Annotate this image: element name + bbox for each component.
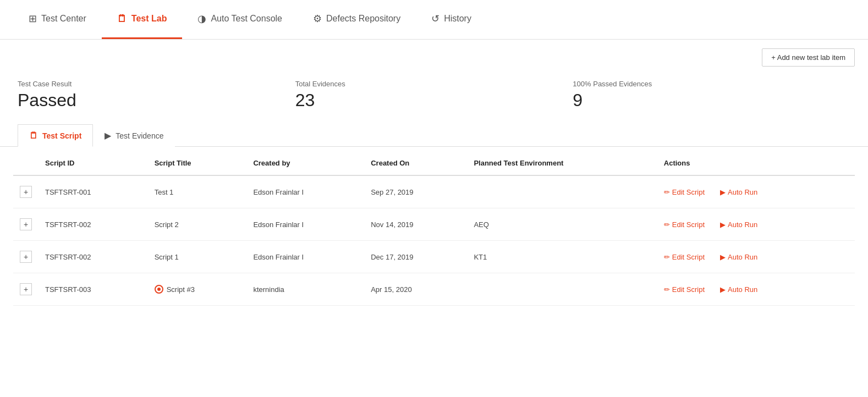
created-by-cell: Edson Frainlar I xyxy=(246,208,364,241)
created-on-cell: Apr 15, 2020 xyxy=(364,273,467,306)
script-title-cell: Script #3 xyxy=(148,273,247,306)
nav-label-test-center: Test Center xyxy=(41,14,86,24)
nav-label-defects-repository: Defects Repository xyxy=(326,14,400,24)
table-row: +TSFTSRT-002Script 1Edson Frainlar IDec … xyxy=(13,241,855,273)
script-title-cell: Script 2 xyxy=(148,208,247,241)
actions-container: ✏ Edit Script ▶ Auto Run xyxy=(664,220,848,229)
script-id-cell: TSFTSRT-002 xyxy=(39,241,148,273)
table-row: +TSFTSRT-002Script 2Edson Frainlar INov … xyxy=(13,208,855,241)
edit-icon: ✏ xyxy=(664,253,670,261)
table-section: Script ID Script Title Created by Create… xyxy=(0,151,868,319)
script-id-cell: TSFTSRT-003 xyxy=(39,273,148,306)
col-actions: Actions xyxy=(657,151,855,175)
planned-env-cell: KT1 xyxy=(467,241,657,273)
auto-run-link[interactable]: ▶ Auto Run xyxy=(720,188,757,196)
nav-item-auto-test-console[interactable]: ◑ Auto Test Console xyxy=(182,0,298,39)
edit-icon: ✏ xyxy=(664,220,670,229)
script-id-cell: TSFTSRT-002 xyxy=(39,208,148,241)
tab-test-evidence-label: Test Evidence xyxy=(116,131,163,140)
expand-button[interactable]: + xyxy=(20,283,32,295)
col-created-on: Created On xyxy=(364,151,467,175)
total-evidences-label: Total Evidences xyxy=(295,80,573,88)
tabs-row: 🗒 Test Script ▶ Test Evidence xyxy=(0,124,868,147)
actions-cell: ✏ Edit Script ▶ Auto Run xyxy=(657,273,855,306)
expand-button[interactable]: + xyxy=(20,186,32,198)
auto-run-link[interactable]: ▶ Auto Run xyxy=(720,285,757,294)
test-center-icon: ⊞ xyxy=(29,13,37,25)
edit-script-link[interactable]: ✏ Edit Script xyxy=(664,253,705,261)
expand-button[interactable]: + xyxy=(20,251,32,263)
planned-env-cell xyxy=(467,175,657,208)
total-evidences-value: 23 xyxy=(295,90,573,111)
expand-button[interactable]: + xyxy=(20,218,32,230)
test-case-result-label: Test Case Result xyxy=(18,80,295,88)
test-case-result-value: Passed xyxy=(18,90,295,111)
target-icon xyxy=(155,285,163,294)
col-created-by: Created by xyxy=(246,151,364,175)
add-new-test-lab-item-button[interactable]: + Add new test lab item xyxy=(762,48,855,67)
tab-test-evidence[interactable]: ▶ Test Evidence xyxy=(93,124,175,147)
add-button-label: + Add new test lab item xyxy=(771,53,845,62)
play-icon: ▶ xyxy=(720,253,726,261)
passed-evidences-value: 9 xyxy=(573,90,850,111)
tab-test-script[interactable]: 🗒 Test Script xyxy=(18,124,93,147)
created-on-cell: Nov 14, 2019 xyxy=(364,208,467,241)
edit-script-link[interactable]: ✏ Edit Script xyxy=(664,285,705,294)
nav-label-auto-test-console: Auto Test Console xyxy=(211,14,282,24)
nav-item-history[interactable]: ↺ History xyxy=(416,0,487,39)
auto-run-link[interactable]: ▶ Auto Run xyxy=(720,220,757,229)
scripts-table: Script ID Script Title Created by Create… xyxy=(13,151,855,306)
nav-item-test-center[interactable]: ⊞ Test Center xyxy=(13,0,102,39)
stat-passed-evidences: 100% Passed Evidences 9 xyxy=(573,80,850,111)
nav-label-history: History xyxy=(444,14,471,24)
edit-icon: ✏ xyxy=(664,285,670,294)
created-by-cell: Edson Frainlar I xyxy=(246,241,364,273)
play-icon: ▶ xyxy=(720,285,726,294)
actions-cell: ✏ Edit Script ▶ Auto Run xyxy=(657,175,855,208)
script-title-with-icon: Script #3 xyxy=(155,285,240,294)
play-icon: ▶ xyxy=(720,220,726,229)
actions-container: ✏ Edit Script ▶ Auto Run xyxy=(664,285,848,294)
tab-test-script-label: Test Script xyxy=(42,131,81,140)
actions-container: ✏ Edit Script ▶ Auto Run xyxy=(664,188,848,196)
toolbar: + Add new test lab item xyxy=(0,40,868,75)
nav-item-defects-repository[interactable]: ⚙ Defects Repository xyxy=(298,0,416,39)
created-on-cell: Dec 17, 2019 xyxy=(364,241,467,273)
planned-env-cell xyxy=(467,273,657,306)
auto-test-console-icon: ◑ xyxy=(197,13,206,25)
actions-cell: ✏ Edit Script ▶ Auto Run xyxy=(657,241,855,273)
planned-env-cell: AEQ xyxy=(467,208,657,241)
created-by-cell: Edson Frainlar I xyxy=(246,175,364,208)
edit-script-link[interactable]: ✏ Edit Script xyxy=(664,220,705,229)
test-evidence-tab-icon: ▶ xyxy=(105,130,111,141)
table-row: +TSFTSRT-001Test 1Edson Frainlar ISep 27… xyxy=(13,175,855,208)
col-script-title: Script Title xyxy=(148,151,247,175)
test-lab-icon: 🗒 xyxy=(117,13,127,25)
actions-cell: ✏ Edit Script ▶ Auto Run xyxy=(657,208,855,241)
table-header-row: Script ID Script Title Created by Create… xyxy=(13,151,855,175)
col-script-id: Script ID xyxy=(39,151,148,175)
auto-run-link[interactable]: ▶ Auto Run xyxy=(720,253,757,261)
col-expand xyxy=(13,151,39,175)
edit-icon: ✏ xyxy=(664,188,670,196)
nav-bar: ⊞ Test Center 🗒 Test Lab ◑ Auto Test Con… xyxy=(0,0,868,40)
table-row: +TSFTSRT-003 Script #3kternindiaApr 15, … xyxy=(13,273,855,306)
history-icon: ↺ xyxy=(431,13,440,25)
passed-evidences-label: 100% Passed Evidences xyxy=(573,80,850,88)
test-script-tab-icon: 🗒 xyxy=(29,131,38,141)
defects-repository-icon: ⚙ xyxy=(313,13,322,25)
script-id-cell: TSFTSRT-001 xyxy=(39,175,148,208)
col-planned-env: Planned Test Environment xyxy=(467,151,657,175)
created-on-cell: Sep 27, 2019 xyxy=(364,175,467,208)
stat-total-evidences: Total Evidences 23 xyxy=(295,80,573,111)
script-title-cell: Test 1 xyxy=(148,175,247,208)
nav-label-test-lab: Test Lab xyxy=(131,14,167,24)
nav-item-test-lab[interactable]: 🗒 Test Lab xyxy=(102,0,183,39)
stats-row: Test Case Result Passed Total Evidences … xyxy=(0,75,868,124)
play-icon: ▶ xyxy=(720,188,726,196)
script-title-cell: Script 1 xyxy=(148,241,247,273)
stat-test-case-result: Test Case Result Passed xyxy=(18,80,295,111)
actions-container: ✏ Edit Script ▶ Auto Run xyxy=(664,253,848,261)
edit-script-link[interactable]: ✏ Edit Script xyxy=(664,188,705,196)
created-by-cell: kternindia xyxy=(246,273,364,306)
